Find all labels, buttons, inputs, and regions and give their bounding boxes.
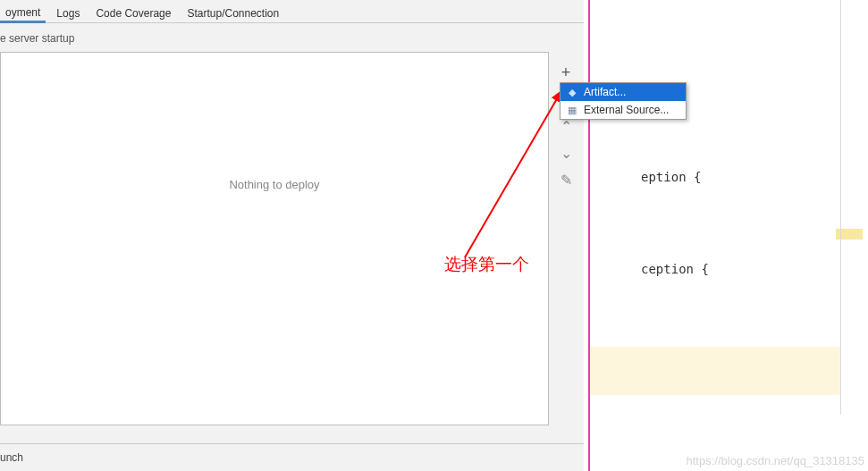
tab-bar: oyment Logs Code Coverage Startup/Connec… <box>0 0 584 23</box>
pencil-icon: ✎ <box>560 172 572 189</box>
deploy-empty-text: Nothing to deploy <box>229 178 319 191</box>
popup-item-label: External Source... <box>584 104 669 116</box>
config-panel: oyment Logs Code Coverage Startup/Connec… <box>0 0 584 471</box>
move-down-button[interactable]: ⌄ <box>556 143 576 163</box>
plus-icon: + <box>561 63 571 82</box>
popup-item-artifact[interactable]: Artifact... <box>560 83 686 101</box>
tab-code-coverage[interactable]: Code Coverage <box>90 4 176 22</box>
watermark-text: https://blog.csdn.net/qq_31318135 <box>687 454 865 467</box>
code-fragment: eption { <box>641 170 701 184</box>
tab-logs[interactable]: Logs <box>51 4 85 22</box>
popup-item-label: Artifact... <box>584 86 626 98</box>
edit-button[interactable]: ✎ <box>556 170 576 189</box>
popup-item-external-source[interactable]: External Source... <box>560 101 686 119</box>
editor-right-border <box>840 0 841 415</box>
artifact-icon <box>566 86 578 98</box>
chevron-up-icon: ⌃ <box>560 118 572 135</box>
add-popup-menu: Artifact... External Source... <box>560 82 687 120</box>
annotation-label: 选择第一个 <box>444 253 529 276</box>
editor-panel <box>590 0 868 471</box>
external-source-icon <box>566 104 578 116</box>
tab-deployment[interactable]: oyment <box>0 4 46 23</box>
chevron-down-icon: ⌄ <box>560 145 572 162</box>
highlight-band <box>590 347 840 395</box>
section-label: e server startup <box>0 23 584 45</box>
bottom-section-label: unch <box>0 443 584 471</box>
tab-startup-connection[interactable]: Startup/Connection <box>181 4 284 22</box>
code-fragment: ception { <box>641 262 709 276</box>
deploy-list-area[interactable]: Nothing to deploy <box>0 52 549 425</box>
add-button[interactable]: + <box>556 63 576 82</box>
